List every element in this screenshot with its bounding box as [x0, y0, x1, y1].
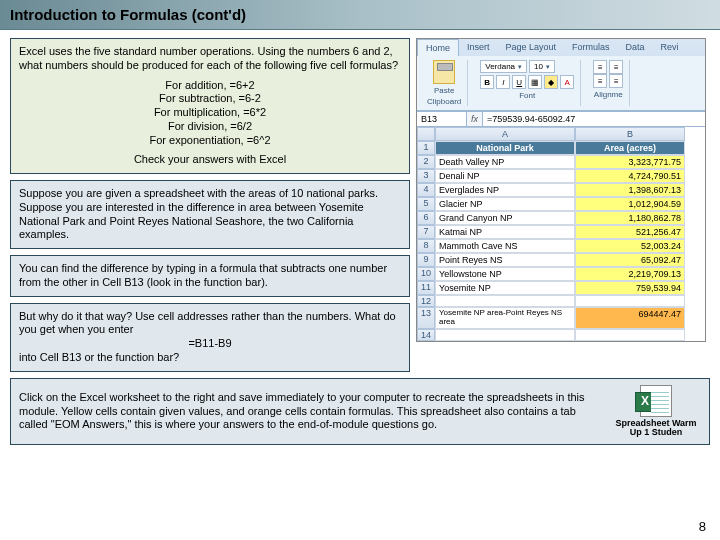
cell[interactable]: Denali NP — [435, 169, 575, 183]
tab-insert[interactable]: Insert — [459, 39, 498, 56]
align-center-button[interactable]: ≡ — [609, 74, 623, 88]
cell[interactable]: 1,012,904.59 — [575, 197, 685, 211]
clipboard-label: Clipboard — [427, 97, 461, 106]
cell[interactable]: Yellowstone NP — [435, 267, 575, 281]
check-answers: Check your answers with Excel — [19, 153, 401, 167]
cell[interactable]: 8 — [417, 239, 435, 253]
cell[interactable]: Area (acres) — [575, 141, 685, 155]
formula-input[interactable]: =759539.94-65092.47 — [483, 112, 705, 126]
chevron-down-icon: ▾ — [546, 63, 550, 71]
cell[interactable]: 2 — [417, 155, 435, 169]
paste-icon[interactable] — [433, 60, 455, 84]
formula-sub: For subtraction, =6-2 — [19, 92, 401, 106]
border-button[interactable]: ▦ — [528, 75, 542, 89]
formula-list: For addition, =6+2 For subtraction, =6-2… — [19, 79, 401, 148]
cell[interactable]: Yosemite NP — [435, 281, 575, 295]
excel-window: Home Insert Page Layout Formulas Data Re… — [416, 38, 706, 342]
cell[interactable]: 1,398,607.13 — [575, 183, 685, 197]
cell[interactable]: 6 — [417, 211, 435, 225]
cell[interactable]: Everglades NP — [435, 183, 575, 197]
align-mid-button[interactable]: ≡ — [609, 60, 623, 74]
formula-mul: For multiplication, =6*2 — [19, 106, 401, 120]
underline-button[interactable]: U — [512, 75, 526, 89]
fx-icon[interactable]: fx — [467, 112, 483, 126]
instructions-text: Click on the Excel worksheet to the righ… — [19, 391, 601, 432]
cell[interactable] — [435, 295, 575, 307]
box-difference: You can find the difference by typing in… — [10, 255, 410, 297]
q-formula: =B11-B9 — [19, 337, 401, 351]
cell[interactable]: 3,323,771.75 — [575, 155, 685, 169]
tab-home[interactable]: Home — [417, 39, 459, 56]
cell[interactable]: 4 — [417, 183, 435, 197]
cell[interactable]: Grand Canyon NP — [435, 211, 575, 225]
cell[interactable]: Katmai NP — [435, 225, 575, 239]
cell[interactable]: National Park — [435, 141, 575, 155]
cell[interactable] — [575, 295, 685, 307]
cell[interactable]: Death Valley NP — [435, 155, 575, 169]
font-color-button[interactable]: A — [560, 75, 574, 89]
cell[interactable]: Mammoth Cave NS — [435, 239, 575, 253]
tab-formulas[interactable]: Formulas — [564, 39, 618, 56]
cell[interactable]: 4,724,790.51 — [575, 169, 685, 183]
align-left-button[interactable]: ≡ — [593, 74, 607, 88]
cell[interactable]: 14 — [417, 329, 435, 341]
cell[interactable]: Glacier NP — [435, 197, 575, 211]
excel-screenshot[interactable]: Home Insert Page Layout Formulas Data Re… — [416, 38, 706, 372]
cell[interactable]: 12 — [417, 295, 435, 307]
formula-exp: For exponentiation, =6^2 — [19, 134, 401, 148]
box-cell-addresses: But why do it that way? Use cell address… — [10, 303, 410, 372]
font-group-label: Font — [519, 91, 535, 100]
cell[interactable]: Yosemite NP area-Point Reyes NS area — [435, 307, 575, 329]
slide-title: Introduction to Formulas (cont'd) — [0, 0, 720, 30]
cell[interactable]: 759,539.94 — [575, 281, 685, 295]
cell[interactable] — [575, 329, 685, 341]
name-box[interactable]: B13 — [417, 112, 467, 126]
cell[interactable]: Point Reyes NS — [435, 253, 575, 267]
cell[interactable]: 52,003.24 — [575, 239, 685, 253]
cell[interactable]: 7 — [417, 225, 435, 239]
spreadsheet-file[interactable]: Spreadsheet Warm Up 1 Studen — [611, 385, 701, 439]
cell[interactable]: 2,219,709.13 — [575, 267, 685, 281]
formula-div: For division, =6/2 — [19, 120, 401, 134]
cell[interactable]: 694447.47 — [575, 307, 685, 329]
cell[interactable]: 9 — [417, 253, 435, 267]
box-scenario: Suppose you are given a spreadsheet with… — [10, 180, 410, 249]
excel-file-icon — [640, 385, 672, 417]
intro-text: Excel uses the five standard number oper… — [19, 45, 401, 73]
cell[interactable]: 1,180,862.78 — [575, 211, 685, 225]
ribbon-body: Paste Clipboard Verdana▾ 10▾ B I — [417, 56, 705, 110]
content-area: Excel uses the five standard number oper… — [0, 30, 720, 372]
cell[interactable] — [435, 329, 575, 341]
file-label: Spreadsheet Warm Up 1 Studen — [611, 419, 701, 439]
paste-label: Paste — [434, 86, 454, 95]
clipboard-group: Paste Clipboard — [421, 60, 468, 106]
cell[interactable]: 521,256.47 — [575, 225, 685, 239]
worksheet[interactable]: AB1National ParkArea (acres)2Death Valle… — [417, 127, 705, 341]
cell[interactable]: 5 — [417, 197, 435, 211]
ribbon-tabs: Home Insert Page Layout Formulas Data Re… — [417, 39, 705, 56]
bold-button[interactable]: B — [480, 75, 494, 89]
cell[interactable]: A — [435, 127, 575, 141]
q-line1: But why do it that way? Use cell address… — [19, 310, 401, 338]
cell[interactable]: B — [575, 127, 685, 141]
alignment-group: ≡ ≡ ≡ ≡ Alignme — [587, 60, 630, 106]
cell[interactable]: 10 — [417, 267, 435, 281]
q-line3: into Cell B13 or the function bar? — [19, 351, 401, 365]
font-size-combo[interactable]: 10▾ — [529, 60, 555, 73]
font-name-combo[interactable]: Verdana▾ — [480, 60, 527, 73]
chevron-down-icon: ▾ — [518, 63, 522, 71]
fill-button[interactable]: ◆ — [544, 75, 558, 89]
align-top-button[interactable]: ≡ — [593, 60, 607, 74]
tab-review[interactable]: Revi — [653, 39, 687, 56]
left-column: Excel uses the five standard number oper… — [10, 38, 410, 372]
cell[interactable]: 1 — [417, 141, 435, 155]
cell[interactable] — [417, 127, 435, 141]
cell[interactable]: 3 — [417, 169, 435, 183]
italic-button[interactable]: I — [496, 75, 510, 89]
tab-page-layout[interactable]: Page Layout — [498, 39, 565, 56]
cell[interactable]: 11 — [417, 281, 435, 295]
box-instructions: Click on the Excel worksheet to the righ… — [10, 378, 710, 446]
tab-data[interactable]: Data — [618, 39, 653, 56]
cell[interactable]: 13 — [417, 307, 435, 329]
cell[interactable]: 65,092.47 — [575, 253, 685, 267]
